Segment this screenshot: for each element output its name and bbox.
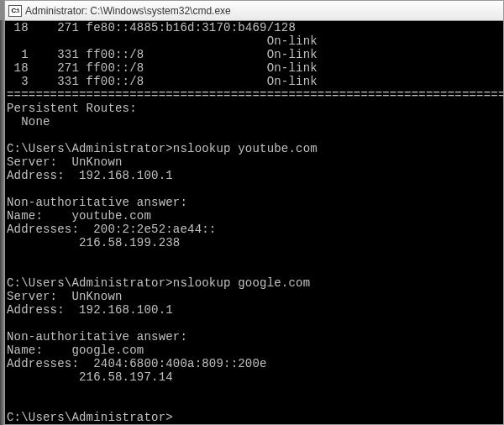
titlebar[interactable]: C:\ Administrator: C:\Windows\system32\c…: [5, 1, 503, 21]
cmd-icon: C:\: [8, 5, 22, 17]
terminal-output[interactable]: 18 271 fe80::4885:b16d:3170:b469/128 On-…: [5, 21, 503, 424]
cmd-window: C:\ Administrator: C:\Windows\system32\c…: [4, 0, 504, 425]
window-title: Administrator: C:\Windows\system32\cmd.e…: [25, 5, 231, 17]
